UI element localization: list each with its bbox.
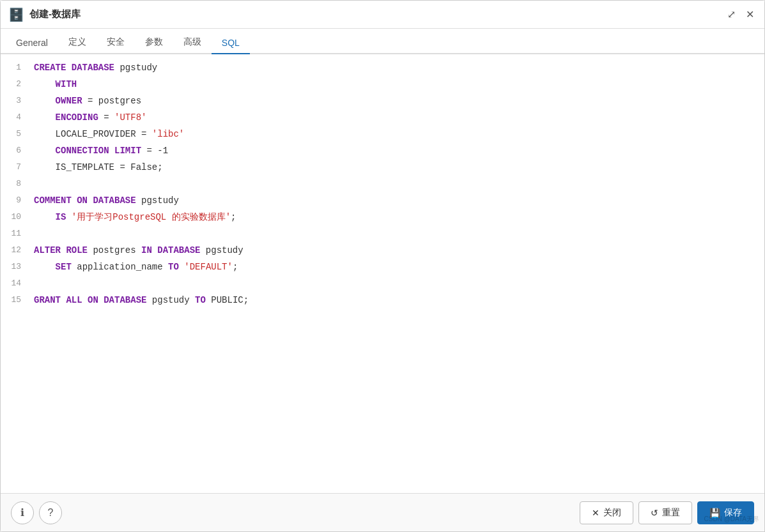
- title-bar: 🗄️ 创建-数据库 ⤢ ✕: [1, 1, 764, 29]
- line-content-2: WITH: [31, 76, 764, 93]
- code-line-1: 1 CREATE DATABASE pgstudy: [1, 59, 764, 76]
- help-button[interactable]: ?: [39, 501, 62, 524]
- code-line-12: 12 ALTER ROLE postgres IN DATABASE pgstu…: [1, 242, 764, 259]
- line-content-13: SET application_name TO 'DEFAULT';: [31, 259, 764, 275]
- line-content-9: COMMENT ON DATABASE pgstudy: [31, 192, 764, 209]
- tab-security[interactable]: 安全: [97, 31, 135, 54]
- tab-sql[interactable]: SQL: [212, 33, 250, 54]
- tab-advanced[interactable]: 高级: [173, 31, 212, 54]
- close-title-button[interactable]: ✕: [743, 7, 757, 22]
- line-number-15: 15: [1, 292, 31, 308]
- tab-parameters[interactable]: 参数: [135, 31, 173, 54]
- code-line-6: 6 CONNECTION LIMIT = -1: [1, 142, 764, 159]
- reset-icon: ↺: [651, 508, 658, 518]
- line-number-7: 7: [1, 159, 31, 176]
- close-icon: ✕: [592, 508, 599, 518]
- line-number-3: 3: [1, 93, 31, 109]
- tab-general[interactable]: General: [6, 33, 58, 54]
- line-number-1: 1: [1, 59, 31, 76]
- line-content-10: IS '用于学习PostgreSQL 的实验数据库';: [31, 209, 764, 225]
- line-number-5: 5: [1, 126, 31, 142]
- code-line-10: 10 IS '用于学习PostgreSQL 的实验数据库';: [1, 209, 764, 225]
- line-number-10: 10: [1, 209, 31, 225]
- line-content-1: CREATE DATABASE pgstudy: [31, 59, 764, 76]
- line-number-14: 14: [1, 275, 31, 292]
- code-line-2: 2 WITH: [1, 76, 764, 93]
- close-label: 关闭: [603, 507, 621, 519]
- watermark: CSDN @DATA无界: [704, 515, 759, 524]
- line-content-6: CONNECTION LIMIT = -1: [31, 142, 764, 159]
- dialog-icon: 🗄️: [8, 7, 24, 22]
- code-line-15: 15 GRANT ALL ON DATABASE pgstudy TO PUBL…: [1, 292, 764, 308]
- footer: ℹ ? ✕ 关闭 ↺ 重置 💾 保存: [1, 493, 764, 531]
- title-left: 🗄️ 创建-数据库: [8, 7, 81, 22]
- tabs-bar: General 定义 安全 参数 高级 SQL: [1, 29, 764, 54]
- line-number-8: 8: [1, 176, 31, 192]
- code-line-3: 3 OWNER = postgres: [1, 93, 764, 109]
- line-content-12: ALTER ROLE postgres IN DATABASE pgstudy: [31, 242, 764, 259]
- reset-button[interactable]: ↺ 重置: [638, 501, 692, 524]
- line-content-4: ENCODING = 'UTF8': [31, 109, 764, 126]
- line-number-11: 11: [1, 225, 31, 242]
- title-actions: ⤢ ✕: [725, 7, 757, 22]
- code-line-5: 5 LOCALE_PROVIDER = 'libc': [1, 126, 764, 142]
- line-number-2: 2: [1, 76, 31, 93]
- line-number-6: 6: [1, 142, 31, 159]
- line-content-5: LOCALE_PROVIDER = 'libc': [31, 126, 764, 142]
- code-line-14: 14: [1, 275, 764, 292]
- line-content-7: IS_TEMPLATE = False;: [31, 159, 764, 176]
- line-content-3: OWNER = postgres: [31, 93, 764, 109]
- create-database-dialog: 🗄️ 创建-数据库 ⤢ ✕ General 定义 安全 参数 高级 SQL 1 …: [0, 0, 765, 532]
- expand-button[interactable]: ⤢: [725, 7, 738, 22]
- info-button[interactable]: ℹ: [11, 501, 34, 524]
- reset-label: 重置: [662, 507, 680, 519]
- line-number-13: 13: [1, 259, 31, 275]
- code-line-13: 13 SET application_name TO 'DEFAULT';: [1, 259, 764, 275]
- code-line-9: 9 COMMENT ON DATABASE pgstudy: [1, 192, 764, 209]
- line-number-9: 9: [1, 192, 31, 209]
- code-line-7: 7 IS_TEMPLATE = False;: [1, 159, 764, 176]
- close-button[interactable]: ✕ 关闭: [580, 501, 633, 524]
- code-line-11: 11: [1, 225, 764, 242]
- sql-code-area: 1 CREATE DATABASE pgstudy 2 WITH 3 OWNER…: [1, 54, 764, 493]
- line-content-15: GRANT ALL ON DATABASE pgstudy TO PUBLIC;: [31, 292, 764, 308]
- line-number-12: 12: [1, 242, 31, 259]
- line-number-4: 4: [1, 109, 31, 126]
- dialog-title: 创建-数据库: [29, 8, 81, 20]
- tab-definition[interactable]: 定义: [58, 31, 97, 54]
- code-line-8: 8: [1, 176, 764, 192]
- code-line-4: 4 ENCODING = 'UTF8': [1, 109, 764, 126]
- footer-left: ℹ ?: [11, 501, 62, 524]
